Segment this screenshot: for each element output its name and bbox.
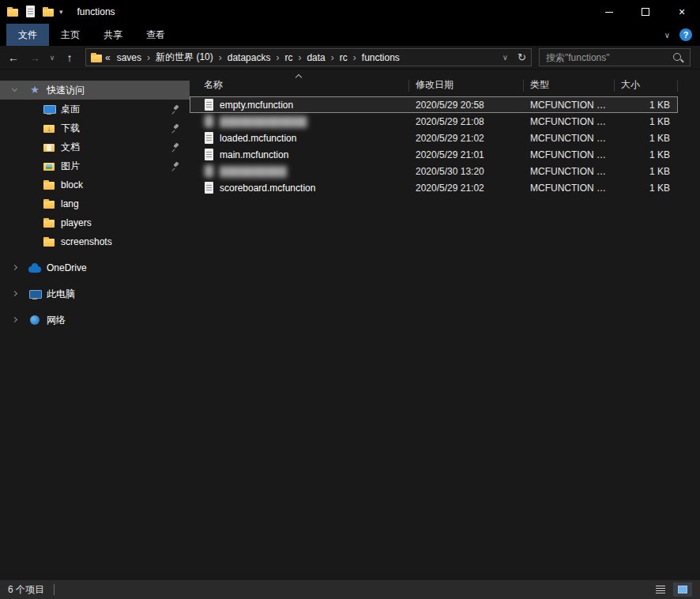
breadcrumb-separator-icon: › [145,52,152,63]
view-toggle-buttons [651,582,692,597]
ribbon-tab[interactable]: 主页 [49,24,92,46]
sidebar-item[interactable]: OneDrive [0,258,190,277]
sidebar-item[interactable]: 快速访问 [0,81,190,100]
file-row[interactable]: empty.mcfunction 2020/5/29 20:58 MCFUNCT… [190,96,678,113]
thumbnail-view-icon [678,586,687,593]
breadcrumb-segment: datapacks › [224,52,281,63]
sidebar-item[interactable]: 文档 [0,138,190,156]
search-icon[interactable] [672,52,685,63]
folder-icon [43,217,55,229]
column-header-label: 修改日期 [416,78,453,92]
file-row[interactable]: main.mcfunction 2020/5/29 21:01 MCFUNCTI… [190,146,678,163]
folder-icon [43,179,55,191]
breadcrumb-separator-icon: › [329,52,336,63]
details-view-button[interactable] [651,582,670,597]
sidebar-item[interactable]: 下载 [0,119,190,138]
sidebar-item[interactable]: block [0,175,190,194]
file-row[interactable]: scoreboard.mcfunction 2020/5/29 21:02 MC… [190,179,678,196]
expand-chevron-icon[interactable] [12,317,17,322]
address-history-dropdown-icon[interactable]: ∨ [498,53,513,62]
expand-chevron-icon[interactable] [12,291,17,296]
column-header-label: 名称 [204,78,223,92]
ribbon-tab[interactable]: 共享 [92,24,134,46]
folder-icon [43,235,55,248]
search-box[interactable] [539,48,691,66]
file-type: MCFUNCTION … [524,113,615,130]
file-date-modified: 2020/5/29 21:08 [409,113,524,130]
recent-locations-dropdown-icon[interactable]: ∨ [46,54,58,62]
file-name-cell: █████████████ [190,113,409,130]
address-bar[interactable]: « saves › 新的世界 (10) › datapacks [85,48,532,66]
breadcrumb-segment: rc › [280,52,303,63]
breadcrumb-segment: functions › [358,52,404,63]
forward-button[interactable]: → [24,51,45,64]
file-name: main.mcfunction [220,149,288,160]
file-name-cell: loaded.mcfunction [190,130,409,146]
file-row[interactable]: ██████████ 2020/5/30 13:20 MCFUNCTION … … [190,163,678,179]
qat-new-folder-button[interactable] [42,6,55,18]
file-type: MCFUNCTION … [524,96,615,113]
pin-icon [171,162,179,170]
breadcrumb-item[interactable]: data [303,52,329,63]
breadcrumb-item[interactable]: rc [280,52,296,63]
folder-icon [43,198,55,210]
qat-properties-button[interactable] [25,6,36,18]
file-name: loaded.mcfunction [220,133,296,144]
sidebar-item[interactable]: lang [0,194,190,213]
sidebar-item[interactable]: 桌面 [0,100,190,119]
sidebar-item[interactable]: 此电脑 [0,284,190,303]
close-button[interactable]: × [664,0,700,24]
file-row[interactable]: loaded.mcfunction 2020/5/29 21:02 MCFUNC… [190,130,678,146]
expand-chevron-icon[interactable] [12,86,17,92]
up-button[interactable]: ↑ [59,51,80,64]
breadcrumb-segment: saves › [113,52,152,63]
file-pane: 名称 修改日期 类型 大小 [190,70,700,580]
breadcrumb-item[interactable]: saves [113,52,145,63]
mcfunction-file-icon [204,132,214,145]
file-explorer-window: ▾ functions × 文件 主页 共享 查看 ∨ ? ← → ∨ [0,0,700,599]
column-header-label: 类型 [530,78,549,92]
file-size: 1 KB [615,179,678,196]
sidebar-item-label: 下载 [61,122,80,135]
maximize-button[interactable] [627,0,664,24]
breadcrumb-overflow[interactable]: « [103,52,113,63]
ribbon-tab[interactable]: 查看 [134,24,177,46]
breadcrumb-item[interactable]: 新的世界 (10) [152,51,217,64]
file-row[interactable]: █████████████ 2020/5/29 21:08 MCFUNCTION… [190,113,678,130]
search-input[interactable] [540,52,672,63]
breadcrumb-item[interactable]: functions [358,52,404,63]
file-type: MCFUNCTION … [524,179,615,196]
sidebar-item-label: 桌面 [61,103,80,116]
ribbon-collapse-icon[interactable]: ∨ [664,31,670,40]
column-header[interactable]: 大小 [615,73,678,96]
minimize-icon [605,12,613,13]
close-icon: × [679,6,685,18]
breadcrumb: saves › 新的世界 (10) › datapacks › rc [113,51,498,64]
help-icon[interactable]: ? [679,28,692,41]
column-header[interactable]: 修改日期 [409,73,524,96]
titlebar: ▾ functions × [0,0,700,24]
back-button[interactable]: ← [3,51,24,64]
breadcrumb-item[interactable]: datapacks [224,52,275,63]
breadcrumb-item[interactable]: rc [336,52,352,63]
sidebar-item[interactable]: 网络 [0,311,190,330]
sidebar-item-label: block [61,179,83,190]
sidebar-item[interactable]: players [0,213,190,232]
refresh-icon[interactable]: ↻ [513,51,528,63]
status-separator [54,584,55,595]
column-header[interactable]: 类型 [524,73,615,96]
file-size: 1 KB [615,96,678,113]
sidebar-item[interactable]: screenshots [0,232,190,251]
expand-chevron-icon[interactable] [12,265,17,270]
minimize-button[interactable] [591,0,627,24]
qat-customize-dropdown-icon[interactable]: ▾ [59,8,63,16]
ribbon-tab[interactable]: 文件 [6,24,49,46]
file-date-modified: 2020/5/29 21:01 [409,146,524,163]
file-name-cell: empty.mcfunction [190,96,409,113]
file-size: 1 KB [615,163,678,179]
ribbon-tabs: 文件 主页 共享 查看 [6,24,177,46]
column-header[interactable]: 名称 [190,73,409,96]
breadcrumb-separator-icon: › [352,52,358,63]
thumbnail-view-button[interactable] [673,582,692,597]
sidebar-item[interactable]: 图片 [0,156,190,175]
